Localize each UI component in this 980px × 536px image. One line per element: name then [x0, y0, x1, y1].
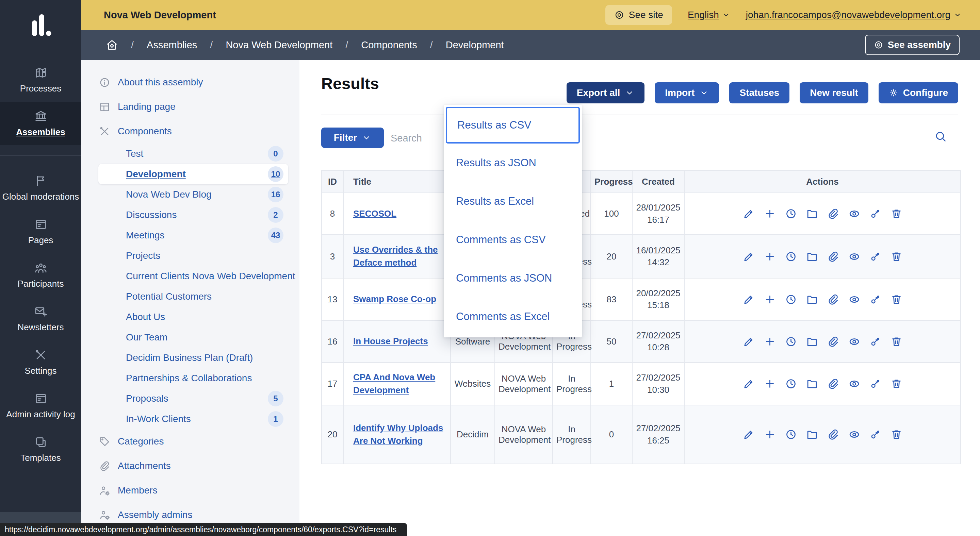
component-item-development[interactable]: Development10 [98, 164, 288, 184]
result-title-link[interactable]: SECOSOL [353, 208, 396, 219]
decidim-logo[interactable] [0, 14, 81, 36]
sidebar-item-processes[interactable]: Processes [0, 58, 81, 102]
assembly-menu-item-components[interactable]: Components [81, 119, 299, 144]
home-gear-icon[interactable] [106, 39, 118, 51]
assembly-menu-item-attachments[interactable]: Attachments [81, 454, 299, 478]
breadcrumb-item-components[interactable]: Components [361, 40, 417, 51]
permissions-key-icon[interactable] [869, 293, 881, 305]
result-title-link[interactable]: Use Overrides & the Deface method [353, 244, 438, 268]
user-menu[interactable]: johan.francocampos@novawebdevelopment.or… [746, 10, 962, 21]
permissions-key-icon[interactable] [869, 378, 881, 390]
export-menu-item-results-as-csv[interactable]: Results as CSV [446, 107, 580, 144]
permissions-key-icon[interactable] [869, 208, 881, 220]
sidebar-item-settings[interactable]: Settings [0, 341, 81, 384]
filter-button[interactable]: Filter [321, 128, 384, 148]
new-plus-icon[interactable] [764, 293, 776, 305]
statuses-button[interactable]: Statuses [729, 82, 789, 103]
component-item-partnerships-collaborations[interactable]: Partnerships & Collaborations [81, 368, 299, 389]
configure-button[interactable]: Configure [878, 82, 958, 103]
edit-pencil-icon[interactable] [743, 428, 755, 441]
component-item-current-clients-nova-web-development[interactable]: Current Clients Nova Web Development [81, 266, 299, 286]
sidebar-item-templates[interactable]: Templates [0, 428, 81, 471]
see-site-button[interactable]: See site [605, 5, 672, 25]
project-folder-icon[interactable] [806, 251, 818, 263]
export-menu-item-comments-as-csv[interactable]: Comments as CSV [444, 220, 582, 259]
attachments-clip-icon[interactable] [827, 251, 839, 263]
attachments-clip-icon[interactable] [827, 428, 839, 441]
delete-trash-icon[interactable] [891, 428, 902, 441]
export-menu-item-comments-as-json[interactable]: Comments as JSON [444, 259, 582, 297]
new-plus-icon[interactable] [764, 336, 776, 347]
result-title-link[interactable]: Swamp Rose Co-op [353, 294, 436, 304]
project-folder-icon[interactable] [806, 428, 818, 441]
export-menu-item-comments-as-excel[interactable]: Comments as Excel [444, 297, 582, 336]
breadcrumb-item-assemblies[interactable]: Assemblies [147, 40, 197, 51]
preview-preview-eye-icon[interactable] [848, 293, 860, 305]
export-all-button[interactable]: Export all [566, 82, 645, 103]
edit-pencil-icon[interactable] [743, 378, 755, 390]
edit-pencil-icon[interactable] [743, 336, 755, 347]
new-result-button[interactable]: New result [800, 82, 869, 103]
see-assembly-button[interactable]: See assembly [865, 35, 959, 55]
sidebar-item-admin-activity-log[interactable]: Admin activity log [0, 384, 81, 428]
result-title-link[interactable]: In House Projects [353, 336, 428, 346]
result-title-link[interactable]: Identify Why Uploads Are Not Working [353, 423, 443, 446]
preview-preview-eye-icon[interactable] [848, 208, 860, 220]
component-item-projects[interactable]: Projects [81, 246, 299, 266]
permissions-key-icon[interactable] [869, 336, 881, 347]
history-clock-icon[interactable] [785, 251, 797, 263]
export-menu-item-results-as-json[interactable]: Results as JSON [444, 144, 582, 182]
sidebar-item-pages[interactable]: Pages [0, 210, 81, 254]
attachments-clip-icon[interactable] [827, 208, 839, 220]
edit-pencil-icon[interactable] [743, 251, 755, 263]
component-item-decidim-business-plan-draft-[interactable]: Decidim Business Plan (Draft) [81, 347, 299, 368]
new-plus-icon[interactable] [764, 208, 776, 220]
history-clock-icon[interactable] [785, 208, 797, 220]
preview-preview-eye-icon[interactable] [848, 378, 860, 390]
new-plus-icon[interactable] [764, 428, 776, 441]
component-item-potential-customers[interactable]: Potential Customers [81, 286, 299, 307]
sidebar-item-participants[interactable]: Participants [0, 254, 81, 297]
delete-trash-icon[interactable] [891, 293, 902, 305]
assembly-menu-item-categories[interactable]: Categories [81, 429, 299, 454]
component-item-discussions[interactable]: Discussions2 [81, 205, 299, 225]
new-plus-icon[interactable] [764, 251, 776, 263]
history-clock-icon[interactable] [785, 378, 797, 390]
import-button[interactable]: Import [655, 82, 719, 103]
permissions-key-icon[interactable] [869, 428, 881, 441]
attachments-clip-icon[interactable] [827, 378, 839, 390]
delete-trash-icon[interactable] [891, 208, 902, 220]
breadcrumb-item-development[interactable]: Development [446, 40, 504, 51]
component-item-in-work-clients[interactable]: In-Work Clients1 [81, 409, 299, 429]
history-clock-icon[interactable] [785, 293, 797, 305]
language-selector[interactable]: English [688, 10, 730, 21]
component-item-meetings[interactable]: Meetings43 [81, 225, 299, 246]
component-item-about-us[interactable]: About Us [81, 307, 299, 327]
project-folder-icon[interactable] [806, 293, 818, 305]
edit-pencil-icon[interactable] [743, 293, 755, 305]
project-folder-icon[interactable] [806, 336, 818, 347]
search-icon[interactable] [934, 130, 947, 143]
preview-preview-eye-icon[interactable] [848, 336, 860, 347]
preview-preview-eye-icon[interactable] [848, 251, 860, 263]
sidebar-item-newsletters[interactable]: Newsletters [0, 297, 81, 341]
component-item-proposals[interactable]: Proposals5 [81, 389, 299, 409]
result-title-link[interactable]: CPA And Nova Web Development [353, 372, 435, 395]
component-item-our-team[interactable]: Our Team [81, 327, 299, 347]
component-item-test[interactable]: Test0 [81, 144, 299, 164]
project-folder-icon[interactable] [806, 378, 818, 390]
permissions-key-icon[interactable] [869, 251, 881, 263]
sidebar-item-assemblies[interactable]: Assemblies [0, 102, 81, 145]
edit-pencil-icon[interactable] [743, 208, 755, 220]
project-folder-icon[interactable] [806, 208, 818, 220]
sidebar-item-global-moderations[interactable]: Global moderations [0, 166, 81, 210]
export-menu-item-results-as-excel[interactable]: Results as Excel [444, 182, 582, 220]
history-clock-icon[interactable] [785, 336, 797, 347]
component-item-nova-web-dev-blog[interactable]: Nova Web Dev Blog16 [81, 184, 299, 205]
preview-preview-eye-icon[interactable] [848, 428, 860, 441]
attachments-clip-icon[interactable] [827, 293, 839, 305]
breadcrumb-item-nova-web-development[interactable]: Nova Web Development [226, 40, 332, 51]
assembly-menu-item-about-this-assembly[interactable]: About this assembly [81, 70, 299, 95]
assembly-menu-item-members[interactable]: Members [81, 478, 299, 503]
attachments-clip-icon[interactable] [827, 336, 839, 347]
